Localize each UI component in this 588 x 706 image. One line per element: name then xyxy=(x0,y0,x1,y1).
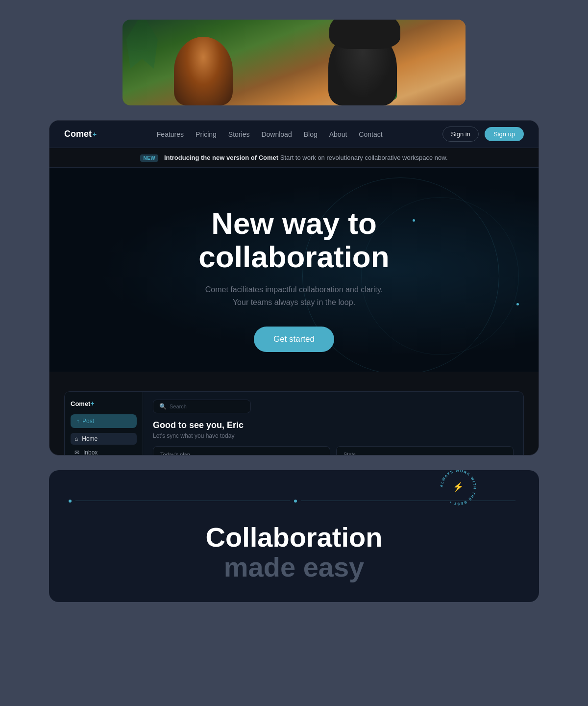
banner-subtext: Start to work on revolutionary collabora… xyxy=(280,154,448,161)
get-started-button[interactable]: Get started xyxy=(254,327,334,352)
nav-features[interactable]: Features xyxy=(157,130,184,138)
announcement-banner: NEW Introducing the new version of Comet… xyxy=(49,148,539,168)
nav-blog[interactable]: Blog xyxy=(304,130,318,138)
app-card-today: Today's plan xyxy=(153,446,330,455)
nav-download[interactable]: Download xyxy=(261,130,292,138)
nav-stories[interactable]: Stories xyxy=(228,130,250,138)
main-app-card: Comet+ Features Pricing Stories Download… xyxy=(49,120,539,455)
app-cards: Today's plan Stats xyxy=(153,446,514,455)
home-icon: ⌂ xyxy=(74,435,78,442)
dot-center xyxy=(294,500,297,503)
line-right xyxy=(301,501,515,501)
nav-contact[interactable]: Contact xyxy=(359,130,382,138)
circle-badge: ALWAYS WORK WITH THE BEST • ⚡ xyxy=(436,470,480,509)
logo-plus: + xyxy=(93,130,97,138)
nav-about[interactable]: About xyxy=(329,130,347,138)
bottom-dots-row xyxy=(69,500,519,503)
person-left xyxy=(174,37,233,105)
upload-icon: ↑ xyxy=(76,418,79,425)
signin-button[interactable]: Sign in xyxy=(442,126,479,142)
bottom-section: ALWAYS WORK WITH THE BEST • ⚡ Collaborat… xyxy=(49,470,539,602)
hero-subtitle: Comet facilitates impactful collaboratio… xyxy=(69,283,519,308)
logo-text: Comet xyxy=(64,129,92,139)
app-search-bar[interactable]: 🔍 Search xyxy=(153,400,251,413)
signup-button[interactable]: Sign up xyxy=(485,127,524,141)
dot-left xyxy=(69,500,72,503)
nav-pricing[interactable]: Pricing xyxy=(196,130,217,138)
svg-text:⚡: ⚡ xyxy=(453,481,464,492)
top-image-section xyxy=(49,0,539,120)
post-button[interactable]: ↑ Post xyxy=(71,414,137,428)
inbox-icon: ✉ xyxy=(74,449,79,455)
app-nav-inbox[interactable]: ✉ Inbox xyxy=(71,447,137,455)
hero-title: New way to collaboration xyxy=(69,207,519,274)
app-card-stats: Stats xyxy=(336,446,514,455)
app-main-content: 🔍 Search Good to see you, Eric Let's syn… xyxy=(143,392,523,455)
new-badge: NEW xyxy=(140,154,158,162)
line-left xyxy=(75,501,290,501)
navbar-logo[interactable]: Comet+ xyxy=(64,129,97,139)
hero-image xyxy=(122,20,466,105)
navbar: Comet+ Features Pricing Stories Download… xyxy=(49,121,539,148)
navbar-links: Features Pricing Stories Download Blog A… xyxy=(157,130,383,138)
bottom-title: Collaboration made easy xyxy=(69,522,519,582)
search-icon: 🔍 xyxy=(159,403,167,410)
navbar-actions: Sign in Sign up xyxy=(442,126,524,142)
app-nav-home[interactable]: ⌂ Home xyxy=(71,433,137,445)
hero-section: New way to collaboration Comet facilitat… xyxy=(49,168,539,372)
app-greeting: Good to see you, Eric xyxy=(153,420,514,430)
app-sidebar: Comet+ ↑ Post ⌂ Home ✉ Inbox xyxy=(65,392,143,455)
app-subgreeting: Let's sync what you have today xyxy=(153,432,514,439)
person-right-hair xyxy=(329,20,400,49)
app-sidebar-logo: Comet+ xyxy=(71,400,137,407)
app-preview: Comet+ ↑ Post ⌂ Home ✉ Inbox 🔍 Search Go… xyxy=(64,391,524,455)
banner-bold-text: Introducing the new version of Comet xyxy=(164,154,278,161)
